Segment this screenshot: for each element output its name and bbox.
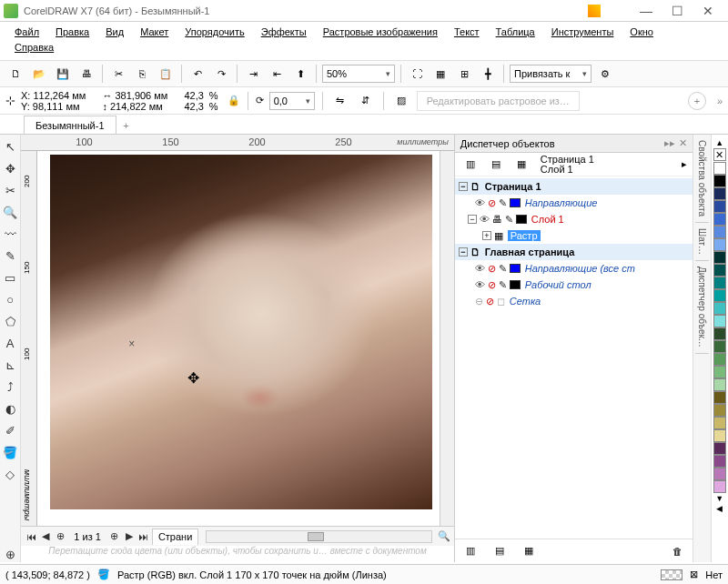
palette-color-25[interactable]	[713, 480, 726, 493]
fill-swatch[interactable]	[661, 569, 682, 580]
more-props-icon[interactable]: »	[717, 96, 723, 106]
palette-flyout-icon[interactable]: ◀	[716, 504, 723, 513]
edit-bitmap-button[interactable]: Редактировать растровое из…	[417, 91, 580, 111]
canvas[interactable]: × ✥	[37, 151, 439, 526]
new-icon[interactable]: 🗋	[5, 64, 25, 84]
om-newpage-icon[interactable]: ▦	[519, 541, 539, 561]
palette-color-9[interactable]	[713, 277, 726, 289]
tree-page1[interactable]: −🗋Страница 1	[455, 178, 693, 195]
text-tool-icon[interactable]: A	[2, 335, 18, 351]
close-button[interactable]: ✕	[699, 4, 717, 18]
minimize-button[interactable]: —	[637, 4, 655, 18]
freehand-tool-icon[interactable]: 〰	[2, 226, 18, 242]
menu-file[interactable]: Файл	[7, 25, 46, 39]
om-newmaster-icon[interactable]: ▤	[490, 541, 510, 561]
palette-color-16[interactable]	[713, 366, 726, 378]
om-newlayer-icon[interactable]: ▥	[460, 541, 480, 561]
nav-next-icon[interactable]: ▶	[123, 529, 136, 544]
menu-arrange[interactable]: Упорядочить	[177, 25, 251, 39]
palette-color-19[interactable]	[713, 404, 726, 417]
panel-opts-icon[interactable]: ▸	[682, 158, 687, 170]
scrollbar-vertical[interactable]	[440, 151, 454, 526]
fill-tool-icon[interactable]: 🪣	[2, 444, 18, 460]
tree-guides[interactable]: 👁⊘✎ Направляющие	[455, 195, 693, 211]
page-tab[interactable]: Страни	[152, 529, 198, 545]
options-icon[interactable]: ⚙	[595, 64, 615, 84]
undo-icon[interactable]: ↶	[187, 64, 207, 84]
nav-first-icon[interactable]: ⏮	[25, 529, 37, 544]
zoom-dropdown[interactable]: 50%	[322, 65, 395, 83]
smart-tool-icon[interactable]: ✎	[2, 247, 18, 264]
crop-tool-icon[interactable]: ✂	[2, 182, 18, 198]
om-editlayers-icon[interactable]: ▤	[486, 155, 506, 175]
grid-icon[interactable]: ⊞	[454, 64, 474, 84]
palette-color-0[interactable]	[713, 162, 726, 175]
fullscreen-icon[interactable]: ⛶	[407, 64, 427, 84]
palette-color-4[interactable]	[713, 213, 726, 226]
pick-tool-icon[interactable]: ↖	[2, 138, 18, 155]
palette-color-5[interactable]	[713, 226, 726, 238]
maximize-button[interactable]: ☐	[668, 4, 686, 18]
palette-color-15[interactable]	[713, 353, 726, 366]
connector-tool-icon[interactable]: ⤴	[2, 378, 18, 395]
paste-icon[interactable]: 📋	[156, 64, 176, 84]
palette-color-3[interactable]	[713, 200, 726, 213]
print-icon[interactable]: 🖶	[76, 64, 96, 84]
rulers-icon[interactable]: ▦	[430, 64, 450, 84]
palette-color-20[interactable]	[713, 417, 726, 429]
cut-icon[interactable]: ✂	[108, 64, 128, 84]
polygon-tool-icon[interactable]: ⬠	[2, 313, 18, 329]
palette-color-7[interactable]	[713, 251, 726, 264]
menu-edit[interactable]: Правка	[48, 25, 96, 39]
zoom-tool-icon[interactable]: 🔍	[2, 204, 18, 220]
menu-text[interactable]: Текст	[447, 25, 487, 39]
tree-raster[interactable]: +▦Растр	[455, 227, 693, 244]
rotation-input[interactable]: 0,0	[269, 92, 315, 110]
ellipse-tool-icon[interactable]: ○	[2, 291, 18, 307]
panel-menu-icon[interactable]: ▸▸	[664, 137, 675, 149]
doc-tab-1[interactable]: Безымянный-1	[24, 116, 116, 134]
docker-tab-steps[interactable]: Шат…	[695, 223, 709, 261]
palette-color-11[interactable]	[713, 302, 726, 315]
export-icon[interactable]: ⇤	[267, 64, 287, 84]
menu-table[interactable]: Таблица	[489, 25, 542, 39]
menu-help[interactable]: Справка	[7, 40, 61, 55]
palette-color-23[interactable]	[713, 455, 726, 468]
copy-icon[interactable]: ⎘	[132, 64, 152, 84]
palette-color-12[interactable]	[713, 315, 726, 327]
add-prop-button[interactable]: +	[688, 92, 706, 110]
palette-color-22[interactable]	[713, 442, 726, 455]
scrollbar-horizontal[interactable]	[206, 530, 431, 543]
palette-color-6[interactable]	[713, 238, 726, 251]
nav-add-before-icon[interactable]: ⊕	[54, 529, 66, 544]
lock-ratio-icon[interactable]: 🔒	[228, 95, 240, 106]
palette-color-2[interactable]	[713, 187, 726, 200]
menu-view[interactable]: Вид	[98, 25, 131, 39]
palette-color-8[interactable]	[713, 264, 726, 277]
menu-window[interactable]: Окно	[622, 25, 661, 39]
palette-color-21[interactable]	[713, 429, 726, 442]
tree-layer1[interactable]: −👁🖶✎ Слой 1	[455, 211, 693, 227]
tree-desktop[interactable]: 👁⊘✎ Рабочий стол	[455, 277, 693, 293]
panel-close-icon[interactable]: ✕	[679, 137, 687, 149]
menu-tools[interactable]: Инструменты	[544, 25, 622, 39]
menu-bitmaps[interactable]: Растровые изображения	[316, 25, 445, 39]
palette-color-18[interactable]	[713, 391, 726, 404]
palette-color-17[interactable]	[713, 378, 726, 391]
eyedropper-tool-icon[interactable]: ✐	[2, 422, 18, 438]
add-doc-tab[interactable]: +	[118, 117, 135, 134]
paintbucket-icon[interactable]: 🪣	[97, 569, 110, 580]
nav-zoom-icon[interactable]: 🔍	[438, 529, 450, 544]
dimension-tool-icon[interactable]: ⊾	[2, 357, 18, 373]
mirror-h-icon[interactable]: ⇋	[330, 91, 350, 111]
object-tree[interactable]: −🗋Страница 1 👁⊘✎ Направляющие −👁🖶✎ Слой …	[455, 176, 693, 539]
om-delete-icon[interactable]: 🗑	[667, 541, 687, 561]
snap-dropdown[interactable]: Привязать к	[510, 65, 592, 83]
palette-color-24[interactable]	[713, 468, 726, 480]
rectangle-tool-icon[interactable]: ▭	[2, 269, 18, 286]
om-layermgr-icon[interactable]: ▦	[511, 155, 531, 175]
palette-up-icon[interactable]: ▲	[715, 138, 723, 147]
bitmap-object[interactable]	[50, 155, 432, 509]
guides-icon[interactable]: ╋	[478, 64, 498, 84]
tree-guides-all[interactable]: 👁⊘✎ Направляющие (все ст	[455, 260, 693, 277]
